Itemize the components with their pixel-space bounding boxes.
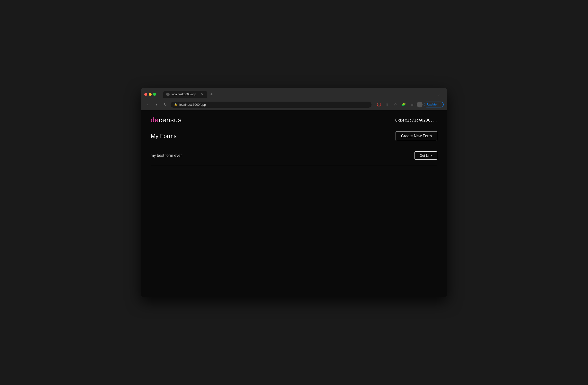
refresh-button[interactable]: ↻ <box>162 101 169 108</box>
forms-list: my best form ever Get Link <box>141 146 447 165</box>
update-button[interactable]: Update ⋮ <box>424 102 444 107</box>
tab-favicon-icon <box>166 93 169 96</box>
logo-de: de <box>151 116 159 124</box>
logo-census: census <box>159 116 182 124</box>
form-row: my best form ever Get Link <box>151 146 437 165</box>
app-content: decensus 0xBec1c71cA023C... My Forms Cre… <box>141 110 447 297</box>
page-header: My Forms Create New Form <box>141 129 447 146</box>
minimize-window-button[interactable] <box>149 93 152 96</box>
new-tab-button[interactable]: + <box>208 91 215 98</box>
tab-title-text: localhost:3000/app <box>171 93 198 96</box>
address-bar: ‹ › ↻ 🔒 localhost:3000/app 🚫 ⬆ ☆ 🧩 ▭ Upd… <box>141 100 447 110</box>
tab-close-button[interactable]: ✕ <box>200 92 204 96</box>
toolbar-icons: 🚫 ⬆ ☆ 🧩 ▭ Update ⋮ <box>375 101 444 108</box>
url-text: localhost:3000/app <box>179 103 206 107</box>
form-name: my best form ever <box>151 153 182 158</box>
bookmark-icon[interactable]: ☆ <box>392 101 399 108</box>
extensions-icon[interactable]: 🧩 <box>400 101 407 108</box>
forward-button[interactable]: › <box>153 101 160 108</box>
title-bar: localhost:3000/app ✕ + ⌄ <box>141 88 447 100</box>
split-view-icon[interactable]: ▭ <box>408 101 415 108</box>
get-link-button[interactable]: Get Link <box>415 151 437 160</box>
create-new-form-button[interactable]: Create New Form <box>396 131 437 141</box>
maximize-window-button[interactable] <box>153 93 156 96</box>
back-button[interactable]: ‹ <box>144 101 151 108</box>
tab-list-button[interactable]: ⌄ <box>437 92 440 96</box>
tab-bar: localhost:3000/app ✕ + ⌄ <box>160 91 444 98</box>
share-icon[interactable]: ⬆ <box>384 101 390 108</box>
traffic-lights <box>144 93 156 96</box>
page-title: My Forms <box>151 133 177 140</box>
wallet-address: 0xBec1c71cA023C... <box>395 118 437 123</box>
update-chevron-icon: ⋮ <box>438 103 441 106</box>
close-window-button[interactable] <box>144 93 147 96</box>
browser-window: localhost:3000/app ✕ + ⌄ ‹ › ↻ 🔒 localho… <box>141 88 447 297</box>
browser-chrome: localhost:3000/app ✕ + ⌄ ‹ › ↻ 🔒 localho… <box>141 88 447 110</box>
app-logo: decensus <box>151 116 182 124</box>
ssl-lock-icon: 🔒 <box>174 103 177 106</box>
profile-avatar[interactable] <box>417 102 422 107</box>
app-header: decensus 0xBec1c71cA023C... <box>141 110 447 129</box>
active-tab[interactable]: localhost:3000/app ✕ <box>163 91 207 98</box>
url-bar[interactable]: 🔒 localhost:3000/app <box>170 102 372 108</box>
update-button-label: Update <box>427 103 437 106</box>
cast-icon[interactable]: 🚫 <box>375 101 382 108</box>
